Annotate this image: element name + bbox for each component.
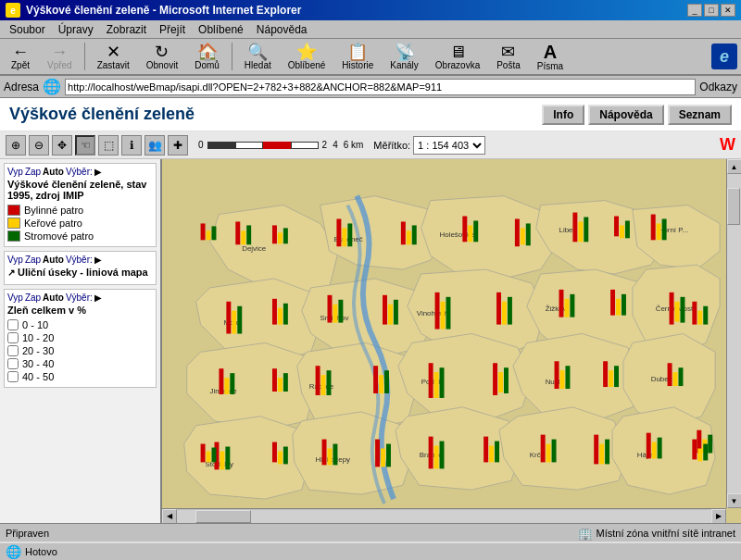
pan-button[interactable]: ✥ [52,135,72,156]
svg-rect-97 [552,440,557,463]
checkbox-40-50-input[interactable] [7,371,19,382]
map-toolbar: ⊕ ⊖ ✥ ☜ ⬚ ℹ 👥 ✚ 0 2 4 6 km Měřítko: 1 : … [0,131,741,159]
svg-text:Hlubočepy: Hlubočepy [316,455,350,464]
svg-rect-116 [383,295,387,325]
zoom-out-button[interactable]: ⊖ [29,135,49,156]
layer-3-arrow[interactable]: ▶ [94,292,102,303]
menu-prejit[interactable]: Přejít [154,22,191,37]
favorites-button[interactable]: ⭐ Oblíbené [282,41,333,73]
menu-upravy[interactable]: Úpravy [53,22,99,37]
layer-1-zap[interactable]: Zap [25,167,41,177]
info-button-map[interactable]: ℹ [121,135,142,156]
fonts-button[interactable]: A Písma [531,40,570,74]
forward-button[interactable]: → Vpřed [41,41,79,73]
mail-button[interactable]: ✉ Pošta [490,41,527,73]
svg-rect-137 [272,442,277,463]
svg-rect-93 [434,446,439,469]
layer-1-auto[interactable]: Auto [43,167,64,177]
svg-rect-162 [207,451,211,462]
identify-button[interactable]: 👥 [144,135,165,156]
checkbox-10-20-input[interactable] [7,332,19,343]
meritko-select[interactable]: 1 : 154 403 1 : 50 000 1 : 100 000 1 : 2… [413,136,485,155]
scrollbar-vertical[interactable]: ▲ ▼ [726,159,741,508]
svg-rect-113 [272,299,277,325]
layer-2-zap[interactable]: Zap [25,255,41,265]
svg-rect-72 [224,378,229,394]
svg-rect-79 [440,367,445,398]
layer-3-vyber[interactable]: Výběr: [66,292,93,303]
zoom-in-button[interactable]: ⊕ [6,135,26,156]
layer-2-auto[interactable]: Auto [43,255,64,265]
svg-rect-140 [375,440,380,467]
address-input[interactable] [65,79,696,95]
zoom-rect-button[interactable]: ⬚ [98,135,119,156]
minimize-button[interactable]: _ [687,4,702,17]
scroll-left-button[interactable]: ◀ [162,509,177,524]
zone-icon: 🏢 [577,526,593,541]
svg-rect-43 [246,225,251,244]
scroll-up-button[interactable]: ▲ [727,159,742,174]
status-bar: Připraven 🏢 Místní zóna vnitřní sítě int… [0,523,741,541]
svg-rect-112 [625,220,630,238]
layer-3-auto[interactable]: Auto [43,292,64,303]
layer-2-vyber[interactable]: Výběr: [66,255,93,265]
menu-zobrazit[interactable]: Zobrazit [101,22,152,37]
menu-soubor[interactable]: Soubor [4,22,51,37]
svg-rect-143 [484,437,488,463]
scrollbar-horizontal[interactable]: ◀ ▶ [162,508,726,523]
layer-2-arrow[interactable]: ▶ [94,255,102,265]
mail-icon: ✉ [501,44,515,60]
layer-1-vyber[interactable]: Výběr: [66,167,93,177]
scroll-down-button[interactable]: ▼ [727,493,742,508]
svg-rect-67 [570,294,574,317]
menu-oblibene[interactable]: Oblíbené [193,22,249,37]
home-button[interactable]: 🏠 Domů [188,41,226,73]
scroll-thumb-v[interactable] [727,188,740,225]
legend-color-kerove [7,218,20,229]
map-area[interactable]: Dejvice Bubeneč Holešovice Libeň Horní P… [162,159,741,523]
back-button[interactable]: ← Zpět [4,41,37,73]
checkbox-0-10-input[interactable] [7,319,19,330]
napoveda-button[interactable]: Nápověda [588,105,663,125]
channels-button[interactable]: 📡 Kanály [383,41,425,73]
select-button[interactable]: ☜ [75,135,95,156]
history-button[interactable]: 📋 Historie [335,41,380,73]
svg-rect-161 [201,444,206,463]
svg-rect-96 [546,444,551,463]
scroll-right-button[interactable]: ▶ [711,509,726,524]
svg-rect-107 [515,218,520,246]
checkbox-30-40-input[interactable] [7,358,19,369]
seznam-button[interactable]: Seznam [668,105,732,125]
checkbox-20-30: 20 - 30 [7,345,153,356]
close-button[interactable]: ✕ [721,4,735,17]
search-button[interactable]: 🔍 Hledat [238,41,278,73]
refresh-button[interactable]: ↻ Obnovit [140,41,184,73]
svg-rect-83 [668,363,672,386]
svg-rect-54 [657,223,661,240]
layer-3-vyp[interactable]: Vyp [7,292,23,303]
svg-rect-157 [703,306,708,325]
links-button[interactable]: Odkazy [699,81,737,93]
layer-1-arrow[interactable]: ▶ [94,167,102,177]
scroll-thumb-h[interactable] [195,510,251,523]
status-left: Připraven [6,528,49,539]
svg-rect-82 [565,366,570,389]
svg-rect-52 [584,218,588,243]
menu-napoveda[interactable]: Nápověda [251,22,313,37]
svg-rect-145 [495,442,499,463]
layer-2-vyp[interactable]: Vyp [7,255,23,265]
svg-rect-78 [434,372,439,398]
layer-3-zap[interactable]: Zap [25,292,41,303]
svg-rect-48 [468,225,472,242]
refresh-icon: ↻ [155,44,169,60]
layer-1-vyp[interactable]: Vyp [7,167,23,177]
svg-rect-163 [211,448,216,463]
info-button[interactable]: Info [542,105,584,125]
fullscreen-button[interactable]: 🖥 Obrazovka [429,41,486,73]
scroll-track-h [177,510,711,523]
stop-button[interactable]: ✕ Zastavit [91,41,136,73]
address-icon: 🌐 [43,78,61,95]
measure-button[interactable]: ✚ [168,135,188,156]
checkbox-20-30-input[interactable] [7,345,19,356]
maximize-button[interactable]: □ [704,4,719,17]
